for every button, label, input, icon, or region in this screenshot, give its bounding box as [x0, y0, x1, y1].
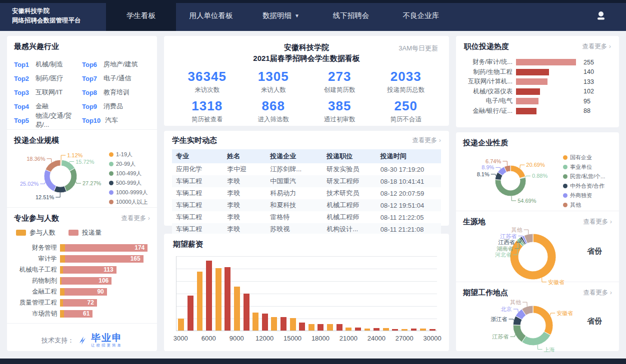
donut-slice-国有企业: [510, 165, 526, 178]
table-cell: 李映: [223, 175, 266, 187]
salary-bar: [318, 324, 324, 331]
donut-label: 其他: [510, 299, 521, 305]
interest-rank-label: Top3: [14, 89, 31, 96]
view-more-link[interactable]: 查看更多: [121, 214, 150, 223]
salary-bar-slot: [381, 256, 390, 331]
donut-label: 18.36%: [26, 156, 46, 162]
user-menu-button[interactable]: [595, 0, 607, 31]
section-title: 投递企业规模: [14, 136, 59, 145]
legend-item-1000-9999人: 1000-9999人: [109, 189, 148, 196]
legend-label: 100-499人: [116, 170, 142, 177]
dashboard-content: 最感兴趣行业 Top1机械/制造Top2制药/医疗Top3互联网/ITTop4金…: [7, 36, 619, 351]
majors-category: 机械电子工程: [14, 266, 60, 274]
table-row-3: 车辆工程李映科易动力技术研究员08-12 20:07:59: [172, 187, 441, 199]
majors-value-label: 61: [83, 310, 90, 317]
salary-x-tick: 18000: [312, 335, 330, 342]
salary-bar: [392, 329, 398, 331]
donut-label: 1.12%: [67, 152, 82, 158]
legend-label: 投递量: [82, 228, 102, 237]
table-cell: 中国重汽: [266, 175, 322, 187]
salary-bar-slot: [409, 256, 418, 331]
interest-item-1: Top1机械/制造: [14, 57, 82, 71]
salary-bar: [336, 324, 342, 331]
salary-x-tick: 30000: [424, 335, 442, 342]
job-heat-row: 金融/银行/证...88: [464, 106, 611, 116]
legend-item-中外合资/合作: 中外合资/合作: [563, 182, 605, 190]
majors-category: 市场营销: [14, 310, 60, 318]
salary-bar: [327, 324, 333, 331]
legend-label: 中外合资/合作: [570, 182, 604, 190]
salary-bar-slot: [214, 256, 223, 331]
chevron-down-icon: ▼: [294, 13, 300, 18]
company-scale-donut-chart: 1.12%15.72%27.27%12.51%25.02%18.36%: [14, 145, 109, 208]
right-panel: 职位投递热度 查看更多 财务/审计/统...255制药/生物工程140互联网/计…: [456, 36, 619, 351]
salary-bar-slot: [362, 256, 372, 331]
nav-tab-1[interactable]: 学生看板: [106, 0, 176, 31]
salary-bar-slot: [279, 256, 288, 331]
nav-tab-3[interactable]: 数据明细▼: [246, 0, 316, 31]
job-heat-bar: [516, 88, 540, 95]
salary-bar: [346, 328, 352, 331]
job-heat-bar: [516, 59, 576, 65]
job-heat-track: [516, 108, 580, 114]
stat-8: 250简历不合适: [373, 98, 440, 124]
majors-row: 市场营销61: [14, 308, 150, 319]
salary-bar-slot: [307, 256, 316, 331]
view-more-link[interactable]: 查看更多: [582, 42, 611, 51]
donut-label: 15.72%: [76, 159, 94, 165]
interest-item-5: Top5物流/交通/贸易/...: [14, 113, 82, 127]
section-title: 期望薪资: [173, 240, 203, 249]
stat-label: 通过初审数: [306, 115, 373, 124]
nav-tab-5[interactable]: 不良企业库: [386, 0, 456, 31]
job-heat-category: 金融/银行/证...: [464, 107, 516, 115]
legend-dot-icon: [563, 203, 568, 207]
donut-label: 20.69%: [526, 162, 545, 168]
donut-label: 江西省: [498, 239, 515, 245]
nav-tab-4[interactable]: 线下招聘会: [316, 0, 386, 31]
interest-rank-label: Top1: [14, 61, 31, 68]
legend-label: 外商独资: [570, 192, 592, 199]
job-heat-category: 机械/仪器仪表: [464, 87, 516, 96]
stat-value: 868: [240, 98, 307, 114]
majors-participants-bar: [60, 288, 64, 296]
legend-label: 1-19人: [116, 151, 132, 158]
interest-top-list: Top1机械/制造Top2制药/医疗Top3互联网/ITTop4金融Top5物流…: [14, 57, 150, 127]
salary-bar: [244, 294, 250, 331]
section-company-nature: 投递企业性质 20.69%0.88%54.69%8.1%8.9%6.74% 国有…: [456, 132, 619, 211]
majors-participants-bar: [60, 255, 65, 263]
interest-rank-label: Top5: [14, 117, 31, 124]
salary-bar-slot: [428, 256, 437, 331]
dashboard-title-line2: 2021届春季招聘会学生数据看板: [174, 53, 439, 64]
salary-bar: [178, 319, 184, 331]
job-heat-track: [516, 59, 580, 65]
app-logo: 安徽科技学院 网络招聘会数据管理平台: [0, 0, 106, 31]
workplace-axis-label: 省份: [587, 317, 602, 326]
legend-dot-icon: [109, 190, 114, 195]
salary-x-tick: 12000: [256, 335, 274, 342]
majors-value-label: 165: [130, 255, 140, 262]
view-more-link[interactable]: 查看更多: [583, 289, 612, 297]
legend-label: 民营/私营/个...: [570, 173, 605, 180]
view-more-link[interactable]: 查看更多: [583, 218, 612, 226]
salary-bar: [216, 268, 222, 331]
salary-bar: [299, 323, 305, 331]
salary-x-tick: 15000: [284, 335, 302, 342]
majors-row: 财务管理174: [14, 242, 150, 253]
table-cell: 江苏剑牌...: [266, 163, 322, 175]
stat-label: 简历被查看: [174, 115, 240, 124]
section-title: 职位投递热度: [464, 42, 509, 51]
interest-item-9: Top9消费品: [82, 99, 150, 113]
nav-tab-2[interactable]: 用人单位看板: [176, 0, 246, 31]
majors-value-label: 106: [98, 277, 108, 284]
view-more-link[interactable]: 查看更多: [412, 136, 441, 145]
table-header-cell: 投递职位: [322, 149, 376, 163]
legend-item-其他: 其他: [563, 201, 605, 209]
majors-legend-item: 参与人数: [16, 228, 56, 237]
salary-x-tick: 24000: [368, 335, 386, 342]
donut-label: 上海: [544, 347, 555, 353]
interest-rank-label: Top9: [82, 103, 99, 110]
donut-label: 湖南省: [496, 246, 514, 252]
table-header-cell: 投递时间: [376, 149, 441, 163]
table-cell: 李中迎: [223, 163, 266, 175]
salary-bar: [402, 329, 408, 331]
